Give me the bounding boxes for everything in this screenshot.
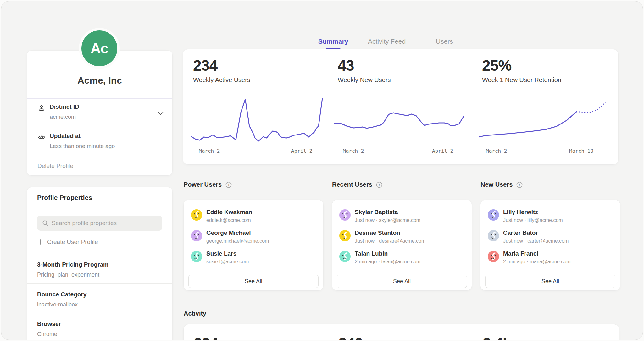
avatar-face-icon <box>339 209 351 221</box>
user-detail: eddie.k@acme.com <box>206 217 251 223</box>
section-title: New Users <box>480 181 513 188</box>
see-all-button[interactable]: See All <box>188 275 319 288</box>
avatar <box>339 230 351 241</box>
see-all-button[interactable]: See All <box>485 275 615 288</box>
user-row[interactable]: Maria Franci 2 min ago · maria@acme.com <box>488 250 614 268</box>
activity-stat-value: 234 <box>194 335 218 340</box>
user-name: Maria Franci <box>503 250 538 257</box>
user-row[interactable]: Eddie Kwakman eddie.k@acme.com <box>191 209 317 226</box>
user-detail: susie.l@acme.com <box>206 259 249 265</box>
property-value: inactive-mailbox <box>37 301 78 308</box>
weekly-new-users-chart <box>334 95 466 145</box>
summary-panel: 234 Weekly Active Users 43 Weekly New Us… <box>183 49 618 164</box>
updated-at-row: Updated at Less than one minute ago <box>27 128 172 157</box>
user-row[interactable]: Carter Bator Just now · carter@acme.com <box>488 229 614 247</box>
avatar <box>191 230 202 241</box>
user-row[interactable]: George Michael george.michael@acme.com <box>191 229 317 247</box>
user-detail: george.michael@acme.com <box>206 238 269 244</box>
info-icon[interactable]: i <box>225 181 232 188</box>
weekly-active-users-chart <box>191 95 323 145</box>
distinct-id-row[interactable]: Distinct ID acme.com <box>27 98 172 128</box>
user-name: Talan Lubin <box>355 250 388 257</box>
user-detail: Just now · desirare@acme.com <box>355 238 425 244</box>
recent-users-heading: Recent Users i <box>332 181 383 188</box>
stat-value: 25% <box>482 58 561 74</box>
person-icon <box>37 104 46 112</box>
create-user-profile-button[interactable]: Create User Profile <box>37 239 98 245</box>
user-name: Susie Lars <box>206 250 236 257</box>
info-icon[interactable]: i <box>516 181 523 188</box>
user-row[interactable]: Lilly Herwitz Just now · lilly@acme.com <box>488 209 614 226</box>
user-row[interactable]: Skylar Baptista Just now · skyler@acme.c… <box>339 209 465 226</box>
user-detail: 2 min ago · maria@acme.com <box>503 259 571 265</box>
tab-summary[interactable]: Summary <box>318 38 348 45</box>
user-name: Skylar Baptista <box>355 209 398 216</box>
search-input[interactable] <box>52 216 158 231</box>
section-title: Recent Users <box>332 181 372 188</box>
stat-weekly-new-users: 43 Weekly New Users <box>338 58 391 84</box>
retention-chart <box>479 95 611 145</box>
updated-at-value: Less than one minute ago <box>50 143 115 150</box>
property-name: Browser <box>37 321 61 327</box>
property-value: Pricing_plan_experiment <box>37 272 99 278</box>
svg-text:i: i <box>228 183 229 187</box>
user-detail: 2 min ago · talan@acme.com <box>355 259 420 265</box>
x-axis-label: April 2 <box>432 148 453 154</box>
avatar <box>339 251 351 262</box>
profile-properties-card: Profile Properties Create User Profile 3… <box>27 187 172 340</box>
user-name: Lilly Herwitz <box>503 209 538 216</box>
avatar-face-icon <box>488 251 499 262</box>
avatar <box>488 230 499 241</box>
stat-label: Weekly Active Users <box>193 76 250 84</box>
property-row[interactable]: Browser Chrome <box>27 313 172 340</box>
user-name: Carter Bator <box>503 229 538 236</box>
app-window: Ac Acme, Inc Distinct ID acme.com <box>1 1 643 340</box>
activity-stat-value: 3.4k <box>483 335 511 340</box>
profile-properties-search[interactable] <box>37 216 162 231</box>
delete-profile-row: Delete Profile <box>27 157 172 175</box>
power-users-heading: Power Users i <box>184 181 232 188</box>
create-user-profile-label: Create User Profile <box>47 239 98 245</box>
user-row[interactable]: Talan Lubin 2 min ago · talan@acme.com <box>339 250 465 268</box>
avatar-face-icon <box>339 230 351 241</box>
user-name: George Michael <box>206 229 251 236</box>
avatar-face-icon <box>191 209 202 221</box>
avatar-face-icon <box>488 230 499 241</box>
x-axis-label: March 2 <box>486 148 507 154</box>
avatar-face-icon <box>191 251 202 262</box>
section-title: Power Users <box>184 181 222 188</box>
delete-profile-button[interactable]: Delete Profile <box>37 162 73 169</box>
profile-card: Acme, Inc Distinct ID acme.com <box>27 51 172 175</box>
avatar-face-icon <box>339 251 351 262</box>
tab-users[interactable]: Users <box>436 38 453 45</box>
stat-weekly-active-users: 234 Weekly Active Users <box>193 58 250 84</box>
user-name: Eddie Kwakman <box>206 209 252 216</box>
property-row[interactable]: Bounce Category inactive-mailbox <box>27 283 172 313</box>
user-row[interactable]: Susie Lars susie.l@acme.com <box>191 250 317 268</box>
tab-activity-feed[interactable]: Activity Feed <box>368 38 406 45</box>
company-avatar: Ac <box>79 28 120 69</box>
divider <box>27 206 172 206</box>
svg-text:i: i <box>519 183 520 187</box>
property-name: 3-Month Pricing Program <box>37 261 108 268</box>
info-icon[interactable]: i <box>376 181 383 188</box>
user-detail: Just now · lilly@acme.com <box>503 217 563 223</box>
profile-name: Acme, Inc <box>27 75 172 86</box>
avatar <box>191 209 202 221</box>
see-all-button[interactable]: See All <box>337 275 467 288</box>
activity-card: 234 240 3.4k <box>184 324 619 340</box>
stat-value: 43 <box>338 58 391 74</box>
avatar <box>488 251 499 262</box>
distinct-id-value: acme.com <box>50 114 76 120</box>
property-name: Bounce Category <box>37 291 86 298</box>
property-row[interactable]: 3-Month Pricing Program Pricing_plan_exp… <box>27 254 172 283</box>
stat-value: 234 <box>193 58 250 74</box>
chevron-down-icon[interactable] <box>157 111 164 116</box>
user-row[interactable]: Desirae Stanton Just now · desirare@acme… <box>339 229 465 247</box>
avatar-face-icon <box>488 209 499 221</box>
avatar-face-icon <box>191 230 202 241</box>
eye-icon <box>37 133 46 141</box>
stat-week1-retention: 25% Week 1 New User Retention <box>482 58 561 84</box>
user-name: Desirae Stanton <box>355 229 400 236</box>
property-value: Chrome <box>37 331 57 338</box>
